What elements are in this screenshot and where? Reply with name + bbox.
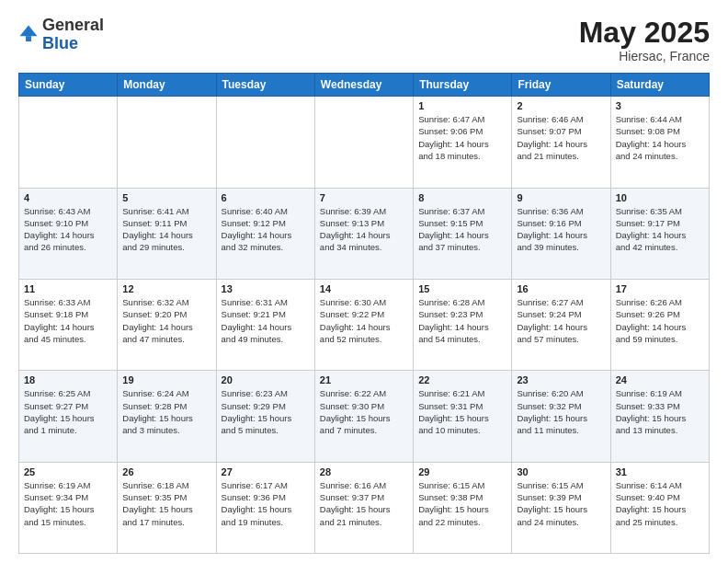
day-number: 18 xyxy=(24,374,112,385)
day-number: 17 xyxy=(616,283,704,294)
table-row: 23Sunrise: 6:20 AM Sunset: 9:32 PM Dayli… xyxy=(512,371,610,462)
table-row: 14Sunrise: 6:30 AM Sunset: 9:22 PM Dayli… xyxy=(314,279,413,370)
day-number: 10 xyxy=(616,192,704,203)
day-info: Sunrise: 6:14 AM Sunset: 9:40 PM Dayligh… xyxy=(616,479,704,528)
day-info: Sunrise: 6:19 AM Sunset: 9:33 PM Dayligh… xyxy=(616,387,704,436)
day-number: 14 xyxy=(320,283,408,294)
table-row: 26Sunrise: 6:18 AM Sunset: 9:35 PM Dayli… xyxy=(118,462,216,553)
day-info: Sunrise: 6:43 AM Sunset: 9:10 PM Dayligh… xyxy=(24,205,112,254)
day-info: Sunrise: 6:15 AM Sunset: 9:39 PM Dayligh… xyxy=(517,479,605,528)
day-number: 5 xyxy=(122,192,210,203)
svg-rect-1 xyxy=(26,36,31,41)
day-number: 29 xyxy=(418,466,506,477)
day-info: Sunrise: 6:22 AM Sunset: 9:30 PM Dayligh… xyxy=(320,387,408,436)
calendar-week-row: 4Sunrise: 6:43 AM Sunset: 9:10 PM Daylig… xyxy=(19,188,710,279)
day-number: 28 xyxy=(320,466,408,477)
day-number: 13 xyxy=(222,283,310,294)
day-number: 7 xyxy=(320,192,408,203)
table-row: 8Sunrise: 6:37 AM Sunset: 9:15 PM Daylig… xyxy=(414,188,512,279)
day-number: 9 xyxy=(517,192,605,203)
day-info: Sunrise: 6:33 AM Sunset: 9:18 PM Dayligh… xyxy=(24,296,112,345)
table-row: 16Sunrise: 6:27 AM Sunset: 9:24 PM Dayli… xyxy=(512,279,610,370)
day-number: 4 xyxy=(24,192,112,203)
day-info: Sunrise: 6:21 AM Sunset: 9:31 PM Dayligh… xyxy=(418,387,506,436)
svg-marker-0 xyxy=(19,25,37,36)
day-number: 22 xyxy=(418,374,506,385)
table-row: 27Sunrise: 6:17 AM Sunset: 9:36 PM Dayli… xyxy=(216,462,314,553)
table-row xyxy=(19,97,118,188)
col-wednesday: Wednesday xyxy=(314,74,413,97)
day-number: 25 xyxy=(24,466,112,477)
day-number: 15 xyxy=(418,283,506,294)
table-row: 30Sunrise: 6:15 AM Sunset: 9:39 PM Dayli… xyxy=(512,462,610,553)
day-number: 30 xyxy=(517,466,605,477)
day-number: 24 xyxy=(616,374,704,385)
page: General Blue May 2025 Hiersac, France Su… xyxy=(0,0,728,563)
table-row: 28Sunrise: 6:16 AM Sunset: 9:37 PM Dayli… xyxy=(314,462,413,553)
col-saturday: Saturday xyxy=(610,74,709,97)
day-info: Sunrise: 6:40 AM Sunset: 9:12 PM Dayligh… xyxy=(222,205,310,254)
day-info: Sunrise: 6:24 AM Sunset: 9:28 PM Dayligh… xyxy=(122,387,210,436)
col-tuesday: Tuesday xyxy=(216,74,314,97)
table-row: 17Sunrise: 6:26 AM Sunset: 9:26 PM Dayli… xyxy=(610,279,709,370)
table-row: 24Sunrise: 6:19 AM Sunset: 9:33 PM Dayli… xyxy=(610,371,709,462)
day-number: 1 xyxy=(418,100,506,111)
table-row: 7Sunrise: 6:39 AM Sunset: 9:13 PM Daylig… xyxy=(314,188,413,279)
day-info: Sunrise: 6:41 AM Sunset: 9:11 PM Dayligh… xyxy=(122,205,210,254)
calendar-location: Hiersac, France xyxy=(579,49,710,63)
day-info: Sunrise: 6:26 AM Sunset: 9:26 PM Dayligh… xyxy=(616,296,704,345)
day-info: Sunrise: 6:15 AM Sunset: 9:38 PM Dayligh… xyxy=(418,479,506,528)
day-info: Sunrise: 6:19 AM Sunset: 9:34 PM Dayligh… xyxy=(24,479,112,528)
table-row: 19Sunrise: 6:24 AM Sunset: 9:28 PM Dayli… xyxy=(118,371,216,462)
col-sunday: Sunday xyxy=(19,74,118,97)
table-row: 22Sunrise: 6:21 AM Sunset: 9:31 PM Dayli… xyxy=(414,371,512,462)
day-number: 11 xyxy=(24,283,112,294)
table-row: 3Sunrise: 6:44 AM Sunset: 9:08 PM Daylig… xyxy=(610,97,709,188)
logo: General Blue xyxy=(18,17,104,53)
day-number: 31 xyxy=(616,466,704,477)
calendar-title: May 2025 xyxy=(579,17,710,49)
table-row xyxy=(216,97,314,188)
day-number: 6 xyxy=(222,192,310,203)
table-row: 12Sunrise: 6:32 AM Sunset: 9:20 PM Dayli… xyxy=(118,279,216,370)
day-info: Sunrise: 6:16 AM Sunset: 9:37 PM Dayligh… xyxy=(320,479,408,528)
day-info: Sunrise: 6:17 AM Sunset: 9:36 PM Dayligh… xyxy=(222,479,310,528)
day-info: Sunrise: 6:23 AM Sunset: 9:29 PM Dayligh… xyxy=(222,387,310,436)
day-number: 8 xyxy=(418,192,506,203)
title-block: May 2025 Hiersac, France xyxy=(579,17,710,63)
table-row: 4Sunrise: 6:43 AM Sunset: 9:10 PM Daylig… xyxy=(19,188,118,279)
col-monday: Monday xyxy=(118,74,216,97)
col-thursday: Thursday xyxy=(414,74,512,97)
table-row xyxy=(118,97,216,188)
day-number: 26 xyxy=(122,466,210,477)
table-row: 25Sunrise: 6:19 AM Sunset: 9:34 PM Dayli… xyxy=(19,462,118,553)
table-row: 18Sunrise: 6:25 AM Sunset: 9:27 PM Dayli… xyxy=(19,371,118,462)
day-info: Sunrise: 6:39 AM Sunset: 9:13 PM Dayligh… xyxy=(320,205,408,254)
day-number: 3 xyxy=(616,100,704,111)
day-info: Sunrise: 6:47 AM Sunset: 9:06 PM Dayligh… xyxy=(418,113,506,162)
day-info: Sunrise: 6:37 AM Sunset: 9:15 PM Dayligh… xyxy=(418,205,506,254)
table-row: 11Sunrise: 6:33 AM Sunset: 9:18 PM Dayli… xyxy=(19,279,118,370)
table-row: 9Sunrise: 6:36 AM Sunset: 9:16 PM Daylig… xyxy=(512,188,610,279)
table-row: 29Sunrise: 6:15 AM Sunset: 9:38 PM Dayli… xyxy=(414,462,512,553)
day-info: Sunrise: 6:28 AM Sunset: 9:23 PM Dayligh… xyxy=(418,296,506,345)
day-number: 21 xyxy=(320,374,408,385)
day-info: Sunrise: 6:18 AM Sunset: 9:35 PM Dayligh… xyxy=(122,479,210,528)
logo-blue-text: Blue xyxy=(42,34,78,52)
calendar-week-row: 25Sunrise: 6:19 AM Sunset: 9:34 PM Dayli… xyxy=(19,462,710,553)
table-row: 21Sunrise: 6:22 AM Sunset: 9:30 PM Dayli… xyxy=(314,371,413,462)
calendar-week-row: 18Sunrise: 6:25 AM Sunset: 9:27 PM Dayli… xyxy=(19,371,710,462)
day-info: Sunrise: 6:30 AM Sunset: 9:22 PM Dayligh… xyxy=(320,296,408,345)
header: General Blue May 2025 Hiersac, France xyxy=(18,17,710,63)
logo-general-text: General xyxy=(42,16,104,34)
day-number: 23 xyxy=(517,374,605,385)
table-row: 13Sunrise: 6:31 AM Sunset: 9:21 PM Dayli… xyxy=(216,279,314,370)
calendar-table: Sunday Monday Tuesday Wednesday Thursday… xyxy=(18,73,710,554)
col-friday: Friday xyxy=(512,74,610,97)
table-row: 10Sunrise: 6:35 AM Sunset: 9:17 PM Dayli… xyxy=(610,188,709,279)
day-number: 19 xyxy=(122,374,210,385)
calendar-header-row: Sunday Monday Tuesday Wednesday Thursday… xyxy=(19,74,710,97)
table-row: 1Sunrise: 6:47 AM Sunset: 9:06 PM Daylig… xyxy=(414,97,512,188)
day-number: 12 xyxy=(122,283,210,294)
day-info: Sunrise: 6:36 AM Sunset: 9:16 PM Dayligh… xyxy=(517,205,605,254)
